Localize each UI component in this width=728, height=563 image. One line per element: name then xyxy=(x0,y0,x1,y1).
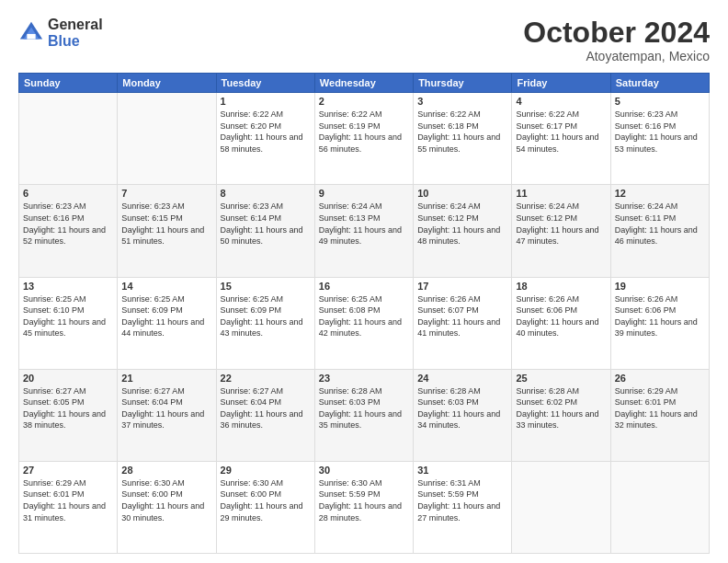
day-number: 27 xyxy=(23,465,113,476)
day-number: 4 xyxy=(516,96,606,107)
day-number: 1 xyxy=(221,96,311,107)
day-info: Sunrise: 6:30 AMSunset: 6:00 PMDaylight:… xyxy=(121,477,211,523)
calendar-cell: 30Sunrise: 6:30 AMSunset: 5:59 PMDayligh… xyxy=(314,461,413,553)
day-info: Sunrise: 6:24 AMSunset: 6:11 PMDaylight:… xyxy=(615,201,705,247)
calendar-cell: 27Sunrise: 6:29 AMSunset: 6:01 PMDayligh… xyxy=(19,461,118,553)
calendar-cell xyxy=(610,461,709,553)
day-info: Sunrise: 6:23 AMSunset: 6:15 PMDaylight:… xyxy=(121,201,211,247)
day-number: 20 xyxy=(23,373,113,384)
calendar-cell xyxy=(512,461,610,553)
day-info: Sunrise: 6:28 AMSunset: 6:02 PMDaylight:… xyxy=(516,385,606,431)
day-info: Sunrise: 6:22 AMSunset: 6:18 PMDaylight:… xyxy=(417,109,507,155)
day-info: Sunrise: 6:25 AMSunset: 6:08 PMDaylight:… xyxy=(319,293,409,339)
calendar-cell: 26Sunrise: 6:29 AMSunset: 6:01 PMDayligh… xyxy=(610,369,709,461)
day-number: 18 xyxy=(516,281,606,292)
weekday-header-sunday: Sunday xyxy=(19,74,118,93)
calendar-cell: 15Sunrise: 6:25 AMSunset: 6:09 PMDayligh… xyxy=(216,277,314,369)
day-number: 30 xyxy=(319,465,409,476)
calendar-cell: 1Sunrise: 6:22 AMSunset: 6:20 PMDaylight… xyxy=(216,93,314,185)
day-number: 3 xyxy=(417,96,507,107)
day-info: Sunrise: 6:31 AMSunset: 5:59 PMDaylight:… xyxy=(417,477,507,523)
location: Atoyatempan, Mexico xyxy=(523,49,710,63)
day-number: 21 xyxy=(121,373,211,384)
calendar-cell: 25Sunrise: 6:28 AMSunset: 6:02 PMDayligh… xyxy=(512,369,610,461)
weekday-header-thursday: Thursday xyxy=(414,74,512,93)
calendar-cell: 21Sunrise: 6:27 AMSunset: 6:04 PMDayligh… xyxy=(118,369,216,461)
calendar-cell: 12Sunrise: 6:24 AMSunset: 6:11 PMDayligh… xyxy=(610,185,709,277)
calendar-cell xyxy=(118,93,216,185)
day-info: Sunrise: 6:23 AMSunset: 6:16 PMDaylight:… xyxy=(23,201,113,247)
day-number: 11 xyxy=(516,188,606,199)
weekday-header-friday: Friday xyxy=(512,74,610,93)
day-number: 16 xyxy=(319,281,409,292)
day-number: 12 xyxy=(615,188,705,199)
logo-blue-text: Blue xyxy=(48,33,103,50)
weekday-header-row: SundayMondayTuesdayWednesdayThursdayFrid… xyxy=(19,74,710,93)
day-info: Sunrise: 6:22 AMSunset: 6:17 PMDaylight:… xyxy=(516,109,606,155)
title-block: October 2024 Atoyatempan, Mexico xyxy=(523,17,710,63)
day-info: Sunrise: 6:22 AMSunset: 6:20 PMDaylight:… xyxy=(221,109,311,155)
weekday-header-tuesday: Tuesday xyxy=(216,74,314,93)
day-info: Sunrise: 6:28 AMSunset: 6:03 PMDaylight:… xyxy=(319,385,409,431)
day-number: 31 xyxy=(417,465,507,476)
calendar-week-3: 13Sunrise: 6:25 AMSunset: 6:10 PMDayligh… xyxy=(19,277,710,369)
calendar-table: SundayMondayTuesdayWednesdayThursdayFrid… xyxy=(18,73,710,554)
calendar-cell: 28Sunrise: 6:30 AMSunset: 6:00 PMDayligh… xyxy=(118,461,216,553)
day-info: Sunrise: 6:27 AMSunset: 6:05 PMDaylight:… xyxy=(23,385,113,431)
calendar-cell: 31Sunrise: 6:31 AMSunset: 5:59 PMDayligh… xyxy=(414,461,512,553)
day-info: Sunrise: 6:29 AMSunset: 6:01 PMDaylight:… xyxy=(23,477,113,523)
day-info: Sunrise: 6:23 AMSunset: 6:14 PMDaylight:… xyxy=(221,201,311,247)
calendar-cell: 8Sunrise: 6:23 AMSunset: 6:14 PMDaylight… xyxy=(216,185,314,277)
day-info: Sunrise: 6:26 AMSunset: 6:07 PMDaylight:… xyxy=(417,293,507,339)
calendar-cell: 20Sunrise: 6:27 AMSunset: 6:05 PMDayligh… xyxy=(19,369,118,461)
day-info: Sunrise: 6:28 AMSunset: 6:03 PMDaylight:… xyxy=(417,385,507,431)
day-info: Sunrise: 6:25 AMSunset: 6:10 PMDaylight:… xyxy=(23,293,113,339)
day-info: Sunrise: 6:24 AMSunset: 6:12 PMDaylight:… xyxy=(417,201,507,247)
weekday-header-monday: Monday xyxy=(118,74,216,93)
calendar-cell: 19Sunrise: 6:26 AMSunset: 6:06 PMDayligh… xyxy=(610,277,709,369)
day-number: 8 xyxy=(221,188,311,199)
calendar-week-4: 20Sunrise: 6:27 AMSunset: 6:05 PMDayligh… xyxy=(19,369,710,461)
day-info: Sunrise: 6:27 AMSunset: 6:04 PMDaylight:… xyxy=(121,385,211,431)
calendar-cell: 22Sunrise: 6:27 AMSunset: 6:04 PMDayligh… xyxy=(216,369,314,461)
calendar-cell: 3Sunrise: 6:22 AMSunset: 6:18 PMDaylight… xyxy=(414,93,512,185)
calendar-week-1: 1Sunrise: 6:22 AMSunset: 6:20 PMDaylight… xyxy=(19,93,710,185)
calendar-cell: 10Sunrise: 6:24 AMSunset: 6:12 PMDayligh… xyxy=(414,185,512,277)
header: General Blue October 2024 Atoyatempan, M… xyxy=(18,17,710,63)
day-info: Sunrise: 6:23 AMSunset: 6:16 PMDaylight:… xyxy=(615,109,705,155)
logo-icon xyxy=(18,20,44,46)
day-info: Sunrise: 6:30 AMSunset: 6:00 PMDaylight:… xyxy=(221,477,311,523)
day-info: Sunrise: 6:24 AMSunset: 6:13 PMDaylight:… xyxy=(319,201,409,247)
logo: General Blue xyxy=(18,17,103,49)
day-info: Sunrise: 6:25 AMSunset: 6:09 PMDaylight:… xyxy=(221,293,311,339)
calendar-cell: 13Sunrise: 6:25 AMSunset: 6:10 PMDayligh… xyxy=(19,277,118,369)
day-info: Sunrise: 6:22 AMSunset: 6:19 PMDaylight:… xyxy=(319,109,409,155)
day-number: 2 xyxy=(319,96,409,107)
day-number: 7 xyxy=(121,188,211,199)
calendar-cell: 11Sunrise: 6:24 AMSunset: 6:12 PMDayligh… xyxy=(512,185,610,277)
day-number: 22 xyxy=(221,373,311,384)
day-number: 9 xyxy=(319,188,409,199)
day-info: Sunrise: 6:26 AMSunset: 6:06 PMDaylight:… xyxy=(615,293,705,339)
calendar-cell: 2Sunrise: 6:22 AMSunset: 6:19 PMDaylight… xyxy=(314,93,413,185)
logo-text: General Blue xyxy=(48,17,103,49)
calendar-cell: 6Sunrise: 6:23 AMSunset: 6:16 PMDaylight… xyxy=(19,185,118,277)
day-number: 15 xyxy=(221,281,311,292)
day-number: 5 xyxy=(615,96,705,107)
day-number: 10 xyxy=(417,188,507,199)
day-number: 13 xyxy=(23,281,113,292)
day-number: 25 xyxy=(516,373,606,384)
day-number: 6 xyxy=(23,188,113,199)
day-number: 29 xyxy=(221,465,311,476)
calendar-cell: 9Sunrise: 6:24 AMSunset: 6:13 PMDaylight… xyxy=(314,185,413,277)
day-number: 24 xyxy=(417,373,507,384)
calendar-cell: 29Sunrise: 6:30 AMSunset: 6:00 PMDayligh… xyxy=(216,461,314,553)
logo-general-text: General xyxy=(48,17,103,33)
calendar-cell: 24Sunrise: 6:28 AMSunset: 6:03 PMDayligh… xyxy=(414,369,512,461)
day-info: Sunrise: 6:29 AMSunset: 6:01 PMDaylight:… xyxy=(615,385,705,431)
day-info: Sunrise: 6:26 AMSunset: 6:06 PMDaylight:… xyxy=(516,293,606,339)
calendar-cell: 5Sunrise: 6:23 AMSunset: 6:16 PMDaylight… xyxy=(610,93,709,185)
weekday-header-wednesday: Wednesday xyxy=(314,74,413,93)
day-info: Sunrise: 6:30 AMSunset: 5:59 PMDaylight:… xyxy=(319,477,409,523)
calendar-cell: 17Sunrise: 6:26 AMSunset: 6:07 PMDayligh… xyxy=(414,277,512,369)
